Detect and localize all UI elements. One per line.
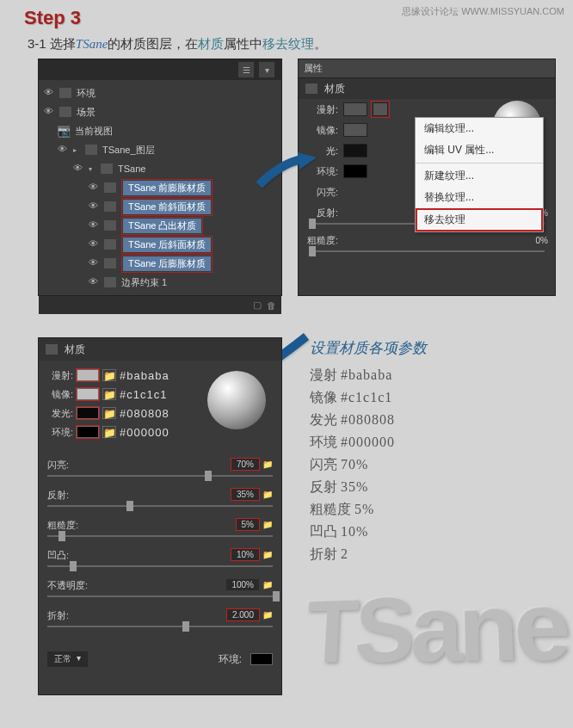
slider-row-2: 粗糙度:5%📁	[47, 519, 273, 537]
swatch-0[interactable]	[77, 369, 99, 381]
new-icon[interactable]: ▢	[253, 299, 262, 311]
visibility-icon[interactable]: 👁	[58, 144, 70, 156]
menu-edit-uv[interactable]: 编辑 UV 属性...	[416, 139, 543, 161]
folder-icon[interactable]: 📁	[262, 460, 273, 469]
slider-row-0: 闪亮:70%📁	[47, 459, 273, 477]
rough-slider[interactable]	[309, 250, 545, 252]
layer-scene[interactable]: 👁 场景	[39, 102, 281, 121]
ambient-swatch[interactable]	[343, 164, 367, 178]
visibility-icon[interactable]: 👁	[44, 87, 56, 99]
layer-material-3[interactable]: 👁 TSane 后斜面材质	[39, 235, 281, 254]
layer-material-0[interactable]: 👁 TSane 前膨胀材质	[39, 178, 281, 197]
folder-icon[interactable]: 📁	[102, 426, 116, 438]
svg-marker-0	[298, 152, 317, 170]
layer-material-1[interactable]: 👁 TSane 前斜面材质	[39, 197, 281, 216]
layer-tsane[interactable]: 👁 ▾ TSane	[39, 159, 281, 178]
folder-icon[interactable]: 📁	[262, 580, 273, 589]
env-swatch-2[interactable]	[250, 653, 273, 665]
visibility-icon[interactable]: 👁	[89, 219, 101, 231]
slider-4[interactable]	[47, 595, 273, 597]
slider-1[interactable]	[47, 505, 273, 507]
slider-row-4: 不透明度:100%📁	[47, 579, 273, 597]
properties-panel-2: 材质 漫射: 📁 #bababa镜像: 📁 #c1c1c1发光: 📁 #0808…	[38, 337, 282, 695]
slider-row-3: 凹凸:10%📁	[47, 549, 273, 567]
folder-icon[interactable]: 📁	[102, 369, 116, 381]
material-title-2: 材质	[65, 342, 85, 357]
material-title: 材质	[324, 82, 345, 96]
panel-options-icon[interactable]: ☰	[238, 62, 254, 77]
layer-current-view[interactable]: 📷 当前视图	[39, 121, 281, 140]
layers-panel: ☰ ▾ 👁 环境 👁 场景 📷 当前视图 👁 ▸ TSane_图层 👁 ▾ TS	[38, 59, 282, 296]
arrow-1	[255, 151, 317, 196]
visibility-icon[interactable]: 👁	[89, 201, 101, 213]
folder-icon[interactable]: 📁	[262, 610, 273, 620]
menu-edit-texture[interactable]: 编辑纹理...	[416, 118, 543, 139]
visibility-icon[interactable]: 👁	[89, 257, 101, 269]
diffuse-texture-btn[interactable]	[373, 102, 388, 116]
twisty-icon[interactable]: ▾	[89, 165, 97, 173]
step-title: Step 3	[24, 7, 81, 29]
folder-icon[interactable]: 📁	[102, 388, 116, 400]
panel-footer: ▢ 🗑	[39, 295, 281, 314]
layer-material-2[interactable]: 👁 TSane 凸出材质	[39, 216, 281, 235]
folder-icon[interactable]: 📁	[262, 550, 273, 559]
layer-boundary[interactable]: 👁 边界约束 1	[39, 273, 281, 292]
illum-swatch[interactable]	[343, 144, 367, 157]
layer-env[interactable]: 👁 环境	[39, 83, 281, 102]
menu-replace-texture[interactable]: 替换纹理...	[416, 187, 543, 208]
slider-5[interactable]	[47, 626, 273, 627]
bg-3d-text: TSane	[298, 573, 573, 728]
texture-context-menu: 编辑纹理... 编辑 UV 属性... 新建纹理... 替换纹理... 移去纹理	[415, 117, 544, 232]
trash-icon[interactable]: 🗑	[267, 300, 276, 311]
visibility-icon[interactable]: 👁	[44, 106, 56, 118]
visibility-icon[interactable]: 👁	[89, 182, 101, 194]
specular-swatch[interactable]	[343, 123, 367, 137]
visibility-icon[interactable]: 👁	[89, 276, 101, 288]
slider-3[interactable]	[47, 565, 273, 567]
visibility-icon[interactable]: 👁	[89, 238, 101, 250]
material-preview-sphere-2	[207, 371, 266, 429]
folder-icon[interactable]: 📁	[262, 520, 273, 529]
layer-material-4[interactable]: 👁 TSane 后膨胀材质	[39, 254, 281, 273]
swatch-3[interactable]	[77, 426, 99, 438]
instruction-text: 3-1 选择TSane的材质图层，在材质属性中移去纹理。	[28, 36, 327, 52]
menu-new-texture[interactable]: 新建纹理...	[416, 165, 543, 187]
slider-0[interactable]	[47, 475, 273, 477]
slider-row-1: 反射:35%📁	[47, 489, 273, 507]
settings-annotation: 设置材质各项参数 漫射 #bababa镜像 #c1c1c1发光 #080808环…	[310, 338, 427, 568]
layer-tsane-layer[interactable]: 👁 ▸ TSane_图层	[39, 140, 281, 159]
swatch-2[interactable]	[77, 407, 99, 419]
diffuse-swatch[interactable]	[343, 102, 367, 116]
folder-icon[interactable]: 📁	[262, 490, 273, 499]
swatch-1[interactable]	[77, 388, 99, 400]
folder-icon[interactable]: 📁	[102, 407, 116, 419]
slider-2[interactable]	[47, 535, 273, 537]
panel-header: ☰ ▾	[39, 59, 281, 80]
watermark: 思缘设计论坛 WWW.MISSYUAN.COM	[402, 5, 564, 18]
blend-dropdown[interactable]: 正常▾	[47, 651, 88, 667]
visibility-icon[interactable]: 👁	[73, 163, 85, 175]
twisty-icon[interactable]: ▸	[73, 146, 82, 154]
properties-tab[interactable]: 属性	[299, 59, 555, 78]
filter-icon[interactable]: ▾	[259, 62, 274, 77]
slider-row-5: 折射:2.000📁	[47, 609, 273, 627]
menu-remove-texture[interactable]: 移去纹理	[417, 210, 541, 230]
